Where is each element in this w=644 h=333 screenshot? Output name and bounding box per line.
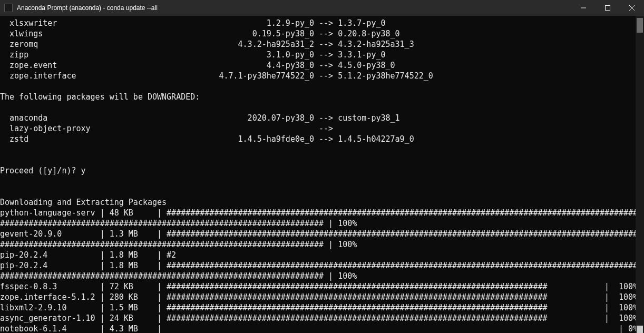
vertical-scrollbar[interactable] <box>636 16 644 333</box>
maximize-button[interactable] <box>596 0 620 16</box>
close-button[interactable] <box>620 0 644 16</box>
window-controls <box>571 0 644 16</box>
window-title: Anaconda Prompt (anaconda) - conda updat… <box>17 4 158 12</box>
app-icon <box>4 4 13 12</box>
scrollbar-end-marker <box>637 326 643 333</box>
svg-rect-0 <box>606 6 610 11</box>
terminal-output: xlsxwriter 1.2.9-py_0 --> 1.3.7-py_0 xlw… <box>0 18 636 333</box>
terminal-viewport[interactable]: xlsxwriter 1.2.9-py_0 --> 1.3.7-py_0 xlw… <box>0 16 644 333</box>
window-titlebar: Anaconda Prompt (anaconda) - conda updat… <box>0 0 644 16</box>
scrollbar-thumb[interactable] <box>637 18 643 33</box>
minimize-button[interactable] <box>571 0 596 16</box>
